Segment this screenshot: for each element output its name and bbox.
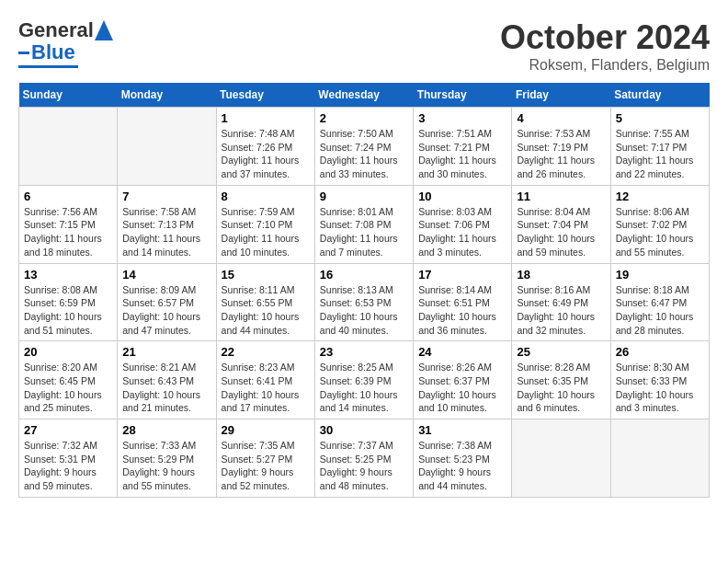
day-info: Sunrise: 8:21 AM Sunset: 6:43 PM Dayligh… — [122, 361, 210, 415]
day-number: 14 — [122, 268, 210, 282]
calendar-week-5: 27Sunrise: 7:32 AM Sunset: 5:31 PM Dayli… — [19, 419, 710, 498]
header-day-saturday: Saturday — [610, 83, 709, 108]
header-day-friday: Friday — [512, 83, 610, 108]
day-number: 17 — [418, 268, 506, 282]
day-info: Sunrise: 8:04 AM Sunset: 7:04 PM Dayligh… — [517, 205, 605, 259]
day-number: 7 — [122, 190, 210, 203]
day-info: Sunrise: 7:53 AM Sunset: 7:19 PM Dayligh… — [517, 127, 605, 181]
header-day-tuesday: Tuesday — [216, 83, 314, 108]
day-info: Sunrise: 8:14 AM Sunset: 6:51 PM Dayligh… — [418, 283, 506, 338]
calendar-cell: 7Sunrise: 7:58 AM Sunset: 7:13 PM Daylig… — [118, 185, 216, 263]
calendar-cell: 15Sunrise: 8:11 AM Sunset: 6:55 PM Dayli… — [216, 263, 314, 341]
calendar-cell — [118, 108, 216, 186]
header-day-monday: Monday — [118, 83, 216, 108]
day-info: Sunrise: 7:51 AM Sunset: 7:21 PM Dayligh… — [418, 127, 506, 181]
calendar-cell: 2Sunrise: 7:50 AM Sunset: 7:24 PM Daylig… — [314, 108, 413, 186]
calendar-cell: 31Sunrise: 7:38 AM Sunset: 5:23 PM Dayli… — [414, 419, 512, 498]
calendar-cell: 21Sunrise: 8:21 AM Sunset: 6:43 PM Dayli… — [118, 341, 216, 419]
calendar-cell: 5Sunrise: 7:55 AM Sunset: 7:17 PM Daylig… — [610, 108, 709, 186]
calendar-cell: 26Sunrise: 8:30 AM Sunset: 6:33 PM Dayli… — [610, 341, 709, 419]
day-number: 29 — [222, 423, 310, 437]
day-number: 21 — [122, 345, 210, 359]
calendar-week-1: 1Sunrise: 7:48 AM Sunset: 7:26 PM Daylig… — [19, 108, 710, 186]
calendar-cell: 1Sunrise: 7:48 AM Sunset: 7:26 PM Daylig… — [216, 108, 314, 186]
day-info: Sunrise: 8:26 AM Sunset: 6:37 PM Dayligh… — [418, 361, 506, 415]
day-info: Sunrise: 8:03 AM Sunset: 7:06 PM Dayligh… — [418, 205, 506, 259]
day-info: Sunrise: 7:59 AM Sunset: 7:10 PM Dayligh… — [222, 205, 310, 259]
day-number: 8 — [222, 190, 310, 203]
header-day-wednesday: Wednesday — [314, 83, 413, 108]
calendar-cell: 16Sunrise: 8:13 AM Sunset: 6:53 PM Dayli… — [314, 263, 413, 341]
calendar-cell: 29Sunrise: 7:35 AM Sunset: 5:27 PM Dayli… — [216, 419, 314, 498]
day-number: 16 — [320, 268, 408, 282]
day-info: Sunrise: 7:38 AM Sunset: 5:23 PM Dayligh… — [418, 439, 506, 493]
day-info: Sunrise: 7:32 AM Sunset: 5:31 PM Dayligh… — [24, 439, 112, 493]
location: Roksem, Flanders, Belgium — [500, 57, 710, 74]
calendar-cell — [610, 419, 709, 498]
calendar-body: 1Sunrise: 7:48 AM Sunset: 7:26 PM Daylig… — [19, 108, 710, 498]
calendar-week-3: 13Sunrise: 8:08 AM Sunset: 6:59 PM Dayli… — [19, 263, 710, 341]
day-info: Sunrise: 8:16 AM Sunset: 6:49 PM Dayligh… — [517, 283, 605, 338]
day-info: Sunrise: 8:25 AM Sunset: 6:39 PM Dayligh… — [320, 361, 408, 415]
day-number: 13 — [24, 268, 112, 282]
header-day-sunday: Sunday — [19, 83, 118, 108]
calendar-cell: 11Sunrise: 8:04 AM Sunset: 7:04 PM Dayli… — [512, 185, 610, 263]
day-number: 1 — [222, 111, 310, 125]
calendar-cell: 20Sunrise: 8:20 AM Sunset: 6:45 PM Dayli… — [19, 341, 118, 419]
day-info: Sunrise: 7:48 AM Sunset: 7:26 PM Dayligh… — [222, 127, 310, 181]
day-number: 19 — [616, 268, 704, 282]
day-number: 31 — [418, 423, 506, 437]
logo: General Blue — [18, 18, 113, 68]
calendar-cell: 6Sunrise: 7:56 AM Sunset: 7:15 PM Daylig… — [19, 185, 118, 263]
day-info: Sunrise: 8:28 AM Sunset: 6:35 PM Dayligh… — [517, 361, 605, 415]
day-number: 3 — [418, 111, 506, 125]
calendar-cell: 28Sunrise: 7:33 AM Sunset: 5:29 PM Dayli… — [118, 419, 216, 498]
day-info: Sunrise: 8:18 AM Sunset: 6:47 PM Dayligh… — [616, 283, 704, 338]
calendar-cell: 10Sunrise: 8:03 AM Sunset: 7:06 PM Dayli… — [414, 185, 512, 263]
day-number: 15 — [222, 268, 310, 282]
day-info: Sunrise: 7:33 AM Sunset: 5:29 PM Dayligh… — [122, 439, 210, 493]
day-number: 10 — [418, 190, 506, 203]
day-info: Sunrise: 8:01 AM Sunset: 7:08 PM Dayligh… — [320, 205, 408, 259]
calendar-cell: 19Sunrise: 8:18 AM Sunset: 6:47 PM Dayli… — [610, 263, 709, 341]
day-number: 27 — [24, 423, 112, 437]
svg-marker-0 — [95, 20, 113, 40]
day-number: 11 — [517, 190, 605, 203]
calendar-cell: 27Sunrise: 7:32 AM Sunset: 5:31 PM Dayli… — [19, 419, 118, 498]
day-info: Sunrise: 7:35 AM Sunset: 5:27 PM Dayligh… — [222, 439, 310, 493]
day-number: 18 — [517, 268, 605, 282]
calendar-cell: 3Sunrise: 7:51 AM Sunset: 7:21 PM Daylig… — [414, 108, 512, 186]
logo-text-general: General — [18, 18, 94, 42]
day-number: 9 — [320, 190, 408, 203]
day-info: Sunrise: 8:13 AM Sunset: 6:53 PM Dayligh… — [320, 283, 408, 338]
calendar-cell: 24Sunrise: 8:26 AM Sunset: 6:37 PM Dayli… — [414, 341, 512, 419]
calendar-cell: 30Sunrise: 7:37 AM Sunset: 5:25 PM Dayli… — [314, 419, 413, 498]
title-section: October 2024 Roksem, Flanders, Belgium — [500, 18, 710, 74]
day-number: 28 — [122, 423, 210, 437]
day-info: Sunrise: 7:37 AM Sunset: 5:25 PM Dayligh… — [320, 439, 408, 493]
calendar-header-row: SundayMondayTuesdayWednesdayThursdayFrid… — [19, 83, 710, 108]
day-info: Sunrise: 8:20 AM Sunset: 6:45 PM Dayligh… — [24, 361, 112, 415]
day-info: Sunrise: 7:55 AM Sunset: 7:17 PM Dayligh… — [616, 127, 704, 181]
calendar-cell: 13Sunrise: 8:08 AM Sunset: 6:59 PM Dayli… — [19, 263, 118, 341]
day-info: Sunrise: 8:30 AM Sunset: 6:33 PM Dayligh… — [616, 361, 704, 415]
logo-text-blue: Blue — [31, 40, 75, 64]
calendar-cell — [512, 419, 610, 498]
day-number: 20 — [24, 345, 112, 359]
calendar-week-4: 20Sunrise: 8:20 AM Sunset: 6:45 PM Dayli… — [19, 341, 710, 419]
month-title: October 2024 — [500, 18, 710, 57]
calendar-cell: 14Sunrise: 8:09 AM Sunset: 6:57 PM Dayli… — [118, 263, 216, 341]
day-number: 5 — [616, 111, 704, 125]
calendar-cell: 18Sunrise: 8:16 AM Sunset: 6:49 PM Dayli… — [512, 263, 610, 341]
logo-arrow-icon — [95, 20, 113, 40]
header-day-thursday: Thursday — [414, 83, 512, 108]
calendar-cell: 22Sunrise: 8:23 AM Sunset: 6:41 PM Dayli… — [216, 341, 314, 419]
day-number: 30 — [320, 423, 408, 437]
day-info: Sunrise: 8:06 AM Sunset: 7:02 PM Dayligh… — [616, 205, 704, 259]
calendar-cell: 25Sunrise: 8:28 AM Sunset: 6:35 PM Dayli… — [512, 341, 610, 419]
day-number: 24 — [418, 345, 506, 359]
day-number: 22 — [222, 345, 310, 359]
calendar-table: SundayMondayTuesdayWednesdayThursdayFrid… — [18, 83, 710, 498]
calendar-cell: 17Sunrise: 8:14 AM Sunset: 6:51 PM Dayli… — [414, 263, 512, 341]
day-info: Sunrise: 8:11 AM Sunset: 6:55 PM Dayligh… — [222, 283, 310, 338]
